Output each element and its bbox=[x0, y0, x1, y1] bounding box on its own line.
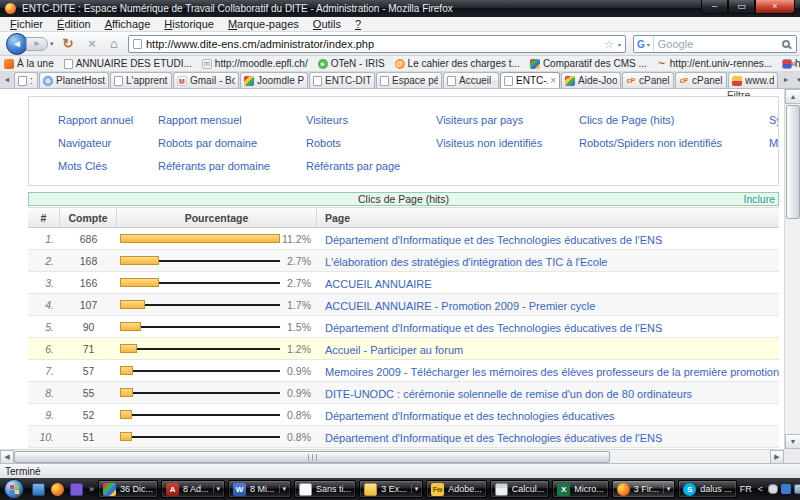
display-icon[interactable] bbox=[794, 484, 800, 494]
tab-entc-dite[interactable]: ENTC-DITE... bbox=[309, 72, 375, 88]
tray-expand-icon[interactable]: < bbox=[758, 484, 763, 494]
url-bar[interactable]: http://www.dite-ens.cm/administrator/ind… bbox=[128, 35, 626, 53]
taskbar-button-calcul[interactable]: Calcul... bbox=[490, 480, 550, 498]
minimize-button[interactable]: – bbox=[701, 0, 728, 14]
tab-item[interactable]: : ... bbox=[14, 72, 38, 88]
stats-link-mots-cl-s[interactable]: Mots Clés bbox=[58, 160, 107, 172]
tab-close-icon[interactable]: × bbox=[550, 76, 556, 86]
bookmark-http-moodle-epfl-ch[interactable]: http://moodle.epfl.ch/ bbox=[202, 58, 308, 69]
taskbar-button-arrow-icon[interactable]: ▾ bbox=[279, 485, 287, 493]
bookmark-comparatif-des-cms[interactable]: Comparatif des CMS ... bbox=[530, 58, 647, 69]
taskbar-button-micro[interactable]: Micro... bbox=[552, 480, 609, 498]
tab-aide-joom[interactable]: Aide-Joom... bbox=[561, 72, 621, 88]
search-box[interactable]: G ▾ Google bbox=[633, 35, 797, 53]
tab-www-dite[interactable]: www.dite-... bbox=[728, 72, 778, 88]
url-text[interactable]: http://www.dite-ens.cm/administrator/ind… bbox=[146, 38, 602, 50]
folder-blue-icon[interactable] bbox=[781, 484, 791, 494]
bookmark-annuaire-des-etudi[interactable]: ANNUAIRE DES ETUDI... bbox=[64, 58, 192, 69]
display-icon[interactable] bbox=[32, 483, 45, 496]
tab-entc[interactable]: ENTC-...× bbox=[500, 72, 560, 88]
stats-link-robots-spiders-non-identifi-s[interactable]: Robots/Spiders non identifiés bbox=[579, 137, 722, 149]
scroll-left-icon[interactable]: ◀ bbox=[0, 450, 14, 463]
page-link[interactable]: ACCUEIL ANNUAIRE - Promotion 2009 - Prem… bbox=[325, 300, 595, 312]
taskbar-button-8-ad[interactable]: 8 Ad...▾ bbox=[161, 480, 225, 498]
bookmark-le-cahier-des-charges-t[interactable]: Le cahier des charges t... bbox=[395, 58, 520, 69]
stats-link-robots-par-domaine[interactable]: Robots par domaine bbox=[158, 137, 257, 149]
search-engine-selector[interactable]: G ▾ bbox=[634, 36, 654, 52]
taskbar-button-8-mi[interactable]: 8 Mi...▾ bbox=[228, 480, 291, 498]
app-icon[interactable] bbox=[70, 483, 83, 496]
start-button[interactable] bbox=[4, 479, 24, 499]
stats-link-robots[interactable]: Robots bbox=[306, 137, 341, 149]
bookmark-http-ent-univ-rennes[interactable]: http://ent.univ-rennes... bbox=[657, 58, 772, 69]
refresh-button[interactable]: ↻ bbox=[58, 35, 78, 53]
stats-link-visiteurs-par-pays[interactable]: Visiteurs par pays bbox=[436, 114, 523, 126]
bookmark-star-icon[interactable]: ☆ bbox=[604, 38, 614, 51]
taskbar-button-arrow-icon[interactable]: ▾ bbox=[213, 485, 221, 493]
tab-cpanel-x[interactable]: cPanel X bbox=[622, 72, 674, 88]
stats-link-clics-de-page-hits[interactable]: Clics de Page (hits) bbox=[579, 114, 674, 126]
bookmarks-overflow-icon[interactable]: » bbox=[790, 56, 796, 72]
taskbar-button-36-dic[interactable]: 36 Dic... bbox=[98, 480, 158, 498]
tab-joomdle-pr[interactable]: Joomdle Pr... bbox=[240, 72, 308, 88]
tab-gmail-bol[interactable]: Gmail - Bol... bbox=[173, 72, 239, 88]
stop-button[interactable]: × bbox=[82, 35, 102, 53]
stats-link-r-f-rants-par-page[interactable]: Référants par page bbox=[306, 160, 400, 172]
stats-link-moteu[interactable]: Moteu bbox=[769, 137, 779, 149]
scroll-down-icon[interactable]: ▼ bbox=[785, 434, 800, 449]
scroll-right-icon[interactable]: ▶ bbox=[770, 450, 784, 463]
tab-scroll-left-icon[interactable]: ◂ bbox=[0, 72, 14, 88]
taskbar-button-3-fir[interactable]: 3 Fir...▾ bbox=[612, 480, 676, 498]
taskbar-button-arrow-icon[interactable]: ▾ bbox=[663, 485, 671, 493]
taskbar-button-adobe[interactable]: Adobe... bbox=[426, 480, 487, 498]
menu-item-fichier[interactable]: Fichier bbox=[3, 18, 50, 30]
stats-link-visiteurs[interactable]: Visiteurs bbox=[306, 114, 348, 126]
page-link[interactable]: ACCUEIL ANNUAIRE bbox=[325, 278, 432, 290]
stats-link-rapport-annuel[interactable]: Rapport annuel bbox=[58, 114, 133, 126]
bookmark-oten-iris[interactable]: OTeN - IRIS bbox=[318, 58, 385, 69]
quick-launch-overflow-icon[interactable]: » bbox=[89, 484, 94, 494]
taskbar-button-dalus[interactable]: dalus ... bbox=[678, 480, 737, 498]
menu-item-item[interactable]: ? bbox=[348, 18, 368, 30]
url-dropdown-icon[interactable]: ▾ bbox=[618, 41, 621, 48]
tab-espace-p-d[interactable]: Espace péd... bbox=[376, 72, 442, 88]
menu-item-historique[interactable]: Historique bbox=[157, 18, 221, 30]
stats-link-rapport-mensuel[interactable]: Rapport mensuel bbox=[158, 114, 242, 126]
menu-item-dition[interactable]: Édition bbox=[50, 18, 98, 30]
menu-item-affichage[interactable]: Affichage bbox=[98, 18, 158, 30]
back-button[interactable]: ◄ bbox=[6, 33, 28, 55]
forward-button[interactable]: ► bbox=[26, 37, 48, 51]
taskbar-button-3-ex[interactable]: 3 Ex...▾ bbox=[359, 480, 423, 498]
scroll-up-icon[interactable]: ▲ bbox=[785, 89, 800, 104]
page-link[interactable]: Département d'Informatique et des techno… bbox=[325, 410, 615, 422]
stats-link-r-f-rants-par-domaine[interactable]: Référants par domaine bbox=[158, 160, 270, 172]
horizontal-scrollbar[interactable]: ◀ ▶ bbox=[0, 449, 784, 463]
stats-link-syste[interactable]: Syste bbox=[769, 114, 779, 126]
page-link[interactable]: DITE-UNODC : cérémonie solennelle de rem… bbox=[325, 388, 692, 400]
tab-scroll-right-icon[interactable]: ▸ bbox=[779, 72, 793, 88]
horizontal-scrollbar-thumb[interactable] bbox=[14, 451, 610, 463]
bookmark-la-une[interactable]: À la une bbox=[4, 58, 54, 69]
history-dropdown-icon[interactable]: ▾ bbox=[50, 40, 54, 48]
search-input[interactable]: Google bbox=[658, 38, 782, 50]
include-link[interactable]: Inclure bbox=[743, 193, 775, 205]
page-link[interactable]: Accueil - Participer au forum bbox=[325, 344, 463, 356]
close-button[interactable]: × bbox=[755, 0, 795, 14]
stats-link-navigateur[interactable]: Navigateur bbox=[58, 137, 111, 149]
search-icon[interactable] bbox=[782, 40, 790, 48]
menu-item-marque-pages[interactable]: Marque-pages bbox=[221, 18, 306, 30]
tab-accueil-p[interactable]: Accueil - P... bbox=[443, 72, 499, 88]
menu-item-outils[interactable]: Outils bbox=[306, 18, 348, 30]
home-button[interactable]: ⌂ bbox=[104, 35, 124, 53]
vertical-scrollbar[interactable]: ▲ ▼ bbox=[784, 89, 800, 449]
page-link[interactable]: Département d'Informatique et des Techno… bbox=[325, 234, 662, 246]
language-indicator[interactable]: FR bbox=[740, 484, 752, 494]
tab-planethost[interactable]: PlanetHost... bbox=[39, 72, 109, 88]
tab-l-apprentis[interactable]: L'apprentis... bbox=[110, 72, 172, 88]
page-link[interactable]: Memoires 2009 - Télécharger les mémoires… bbox=[325, 366, 779, 378]
mouse-icon[interactable] bbox=[768, 484, 778, 494]
vertical-scrollbar-thumb[interactable] bbox=[786, 105, 800, 219]
tab-cpanel-x[interactable]: cPanel X bbox=[675, 72, 727, 88]
taskbar-button-arrow-icon[interactable]: ▾ bbox=[411, 485, 419, 493]
firefox-icon[interactable] bbox=[51, 483, 64, 496]
